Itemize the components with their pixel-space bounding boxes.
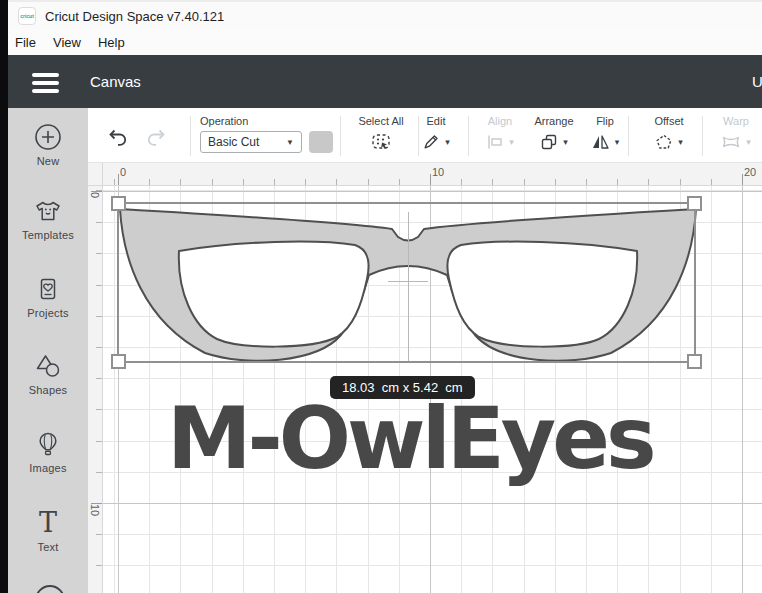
sidebar-partial-item-icon[interactable] [35, 585, 65, 593]
operation-group: Operation Basic Cut ▼ [200, 115, 333, 153]
warp-icon [721, 133, 741, 151]
edit-label: Edit [408, 115, 464, 127]
operation-dropdown[interactable]: Basic Cut ▼ [200, 131, 302, 153]
sidebar-item-shapes[interactable]: Shapes [8, 351, 88, 396]
select-all-label: Select All [349, 115, 413, 127]
sidebar-label-new: New [8, 155, 88, 167]
canvas-text-object[interactable]: M-OwlEyes [167, 396, 653, 481]
operation-label: Operation [200, 115, 333, 127]
menu-view[interactable]: View [53, 35, 81, 50]
vertical-ruler: 0 10 [88, 186, 103, 593]
sidebar-label-shapes: Shapes [8, 384, 88, 396]
shapes-icon [33, 351, 63, 381]
title-bar: cricut Cricut Design Space v7.40.121 [8, 0, 762, 30]
ruler-label-0: 0 [120, 166, 126, 178]
app-header: Canvas U [0, 55, 762, 108]
text-tool-icon: T [8, 508, 88, 538]
project-card-icon [33, 274, 63, 304]
arrange-label: Arrange [522, 115, 586, 127]
arrange-button[interactable]: Arrange ▾ [522, 115, 586, 153]
chevron-down-icon: ▾ [445, 137, 450, 147]
sidebar-item-templates[interactable]: Templates [8, 196, 88, 241]
balloon-icon [33, 429, 63, 459]
selection-handle-top-left[interactable] [111, 196, 126, 211]
window-left-edge [0, 0, 8, 593]
ruler-label-v10: 10 [89, 504, 101, 516]
align-label: Align [472, 115, 528, 127]
warp-button[interactable]: Warp ▾ [708, 115, 762, 153]
select-all-icon [371, 133, 391, 152]
sidebar-label-images: Images [8, 462, 88, 474]
chevron-down-icon: ▾ [563, 137, 568, 147]
ruler-label-v0: 0 [89, 192, 101, 198]
sidebar: New Templates Projects Shapes [8, 108, 88, 593]
toolbar-divider [340, 116, 341, 156]
window-title: Cricut Design Space v7.40.121 [45, 9, 224, 24]
toolbar-divider [702, 116, 703, 156]
flip-mirror-icon [591, 133, 610, 151]
edit-toolbar: Operation Basic Cut ▼ Select All [88, 108, 762, 163]
ruler-label-10: 10 [432, 166, 444, 178]
selection-handle-bottom-left[interactable] [111, 354, 126, 369]
hamburger-menu-icon[interactable] [32, 73, 59, 97]
offset-button[interactable]: Offset ▾ [641, 115, 697, 153]
app-window: cricut Cricut Design Space v7.40.121 Fil… [0, 0, 762, 593]
sidebar-item-text[interactable]: T Text [8, 508, 88, 553]
menu-bar: File View Help [8, 30, 762, 55]
color-swatch[interactable] [309, 131, 333, 153]
flip-label: Flip [581, 115, 629, 127]
select-all-button[interactable]: Select All [349, 115, 413, 153]
menu-file[interactable]: File [15, 35, 36, 50]
sidebar-label-projects: Projects [8, 307, 88, 319]
horizontal-ruler: 0 10 20 [103, 163, 762, 186]
offset-label: Offset [641, 115, 697, 127]
sidebar-item-new[interactable]: New [8, 122, 88, 167]
align-icon [486, 133, 504, 151]
selection-handle-bottom-right[interactable] [687, 354, 702, 369]
operation-value: Basic Cut [208, 135, 259, 149]
edit-button[interactable]: Edit ▾ [408, 115, 464, 153]
redo-button[interactable] [144, 128, 168, 150]
menu-help[interactable]: Help [98, 35, 125, 50]
chevron-down-icon: ▾ [615, 137, 620, 147]
canvas-area[interactable]: 18.03 cm x 5.42 cm M-OwlEyes [103, 186, 762, 593]
toolbar-divider [190, 116, 191, 156]
tshirt-icon [33, 196, 63, 226]
page-title: Canvas [90, 73, 141, 90]
chevron-down-icon: ▼ [286, 138, 294, 147]
toolbar-divider [628, 116, 629, 156]
sidebar-label-templates: Templates [8, 229, 88, 241]
ruler-major-ticks [91, 186, 102, 593]
selection-bounding-box[interactable] [117, 202, 696, 363]
pencil-icon [422, 133, 440, 151]
ruler-label-20: 20 [744, 166, 756, 178]
chevron-down-icon: ▾ [678, 137, 683, 147]
ruler-corner [88, 163, 103, 186]
selection-handle-top-right[interactable] [687, 196, 702, 211]
plus-circle-icon [33, 122, 63, 152]
offset-pentagon-icon [655, 133, 673, 151]
sidebar-item-projects[interactable]: Projects [8, 274, 88, 319]
toolbar-divider [468, 116, 469, 156]
cricut-logo-icon: cricut [18, 7, 36, 25]
chevron-down-icon: ▾ [509, 137, 514, 147]
align-button[interactable]: Align ▾ [472, 115, 528, 153]
sidebar-label-text: Text [8, 541, 88, 553]
flip-button[interactable]: Flip ▾ [581, 115, 629, 153]
undo-button[interactable] [106, 128, 130, 150]
sidebar-item-images[interactable]: Images [8, 429, 88, 474]
warp-label: Warp [708, 115, 762, 127]
header-right-truncated-button[interactable]: U [752, 73, 762, 90]
arrange-layers-icon [540, 133, 558, 151]
chevron-down-icon: ▾ [746, 137, 751, 147]
